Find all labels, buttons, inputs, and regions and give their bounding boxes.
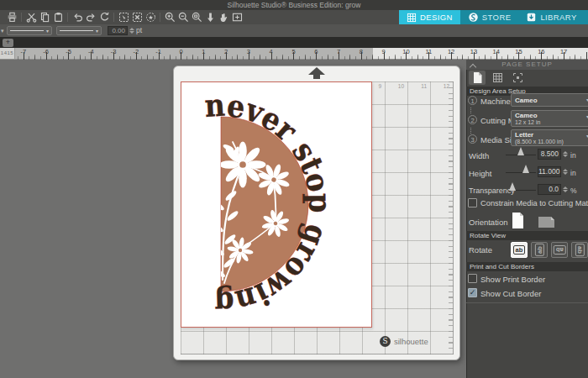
panel-tab-page-setup[interactable] (469, 71, 486, 85)
silhouette-logo-icon: S (380, 336, 391, 347)
zoom-out-icon[interactable] (177, 11, 190, 24)
ruler-number: 2 (224, 48, 228, 55)
orientation-portrait-button[interactable] (511, 212, 525, 233)
step-up-icon[interactable] (129, 28, 134, 30)
height-input[interactable]: 11.000 (538, 166, 561, 177)
design-grid-icon (407, 13, 417, 23)
rotate-270-icon: ab (575, 244, 584, 256)
ruler-number: -1 (155, 48, 161, 55)
pan-icon[interactable] (218, 11, 230, 24)
step-down-icon[interactable] (563, 155, 568, 157)
machine-dropdown[interactable]: Cameo ▾ (511, 93, 588, 107)
rotate-180-icon: ab (554, 245, 566, 255)
width-stepper[interactable] (562, 150, 568, 159)
toolbar-separator (67, 13, 68, 22)
line-style-toolbar: ▾ ▾ ▾ 0.00 pt (0, 24, 588, 37)
ruler-number: 17 (560, 48, 567, 55)
media-size-dimensions: (8.500 x 11.000 in) (515, 139, 582, 145)
zoom-drag-icon[interactable] (204, 11, 217, 24)
ruler-number: 15 (515, 48, 522, 55)
ruler-number: 1 (202, 48, 205, 55)
step-up-icon[interactable] (563, 186, 568, 189)
height-stepper[interactable] (562, 167, 568, 176)
document-tab-strip: + (0, 37, 588, 48)
step-down-icon[interactable] (563, 172, 568, 175)
fit-to-window-icon[interactable] (231, 11, 244, 24)
rotate-icon[interactable] (98, 11, 111, 24)
zoom-selection-icon[interactable] (191, 11, 203, 24)
ruler-number: 7 (337, 48, 340, 55)
line-weight-dropdown[interactable]: ▾ (56, 26, 102, 35)
rotate-270-button[interactable]: ab (571, 242, 588, 258)
zoom-in-icon[interactable] (164, 11, 176, 24)
mat-logo: S silhouette (380, 335, 428, 347)
toolbar-separator (21, 13, 22, 22)
show-cut-border-checkbox[interactable]: ✓ (468, 288, 477, 297)
panel-tab-grid[interactable] (489, 71, 506, 85)
slider-handle[interactable] (522, 165, 529, 173)
select-all-icon[interactable] (118, 11, 130, 24)
rotate-180-button[interactable]: ab (551, 242, 568, 258)
step-down-icon[interactable] (563, 190, 568, 192)
transparency-label: Transparency (469, 186, 515, 195)
print-icon[interactable] (6, 11, 18, 24)
width-input[interactable]: 8.500 (538, 149, 561, 160)
slider-track[interactable] (506, 172, 536, 173)
new-document-tab-button[interactable]: + (3, 39, 13, 47)
cutting-mat-dropdown[interactable]: Cameo 12 x 12 in ▾ (511, 110, 588, 127)
ruler-number: 11 (425, 48, 432, 55)
step-connector (470, 128, 472, 134)
height-slider[interactable] (506, 163, 536, 175)
tab-design[interactable]: DESIGN (399, 10, 460, 24)
transparency-stepper[interactable] (562, 185, 568, 194)
orientation-landscape-button[interactable] (538, 215, 555, 232)
undo-icon[interactable] (71, 11, 84, 24)
slider-handle[interactable] (509, 182, 516, 191)
orientation-label: Orientation (469, 218, 507, 227)
transparency-slider[interactable] (509, 181, 536, 192)
cutting-mat-value: Cameo (515, 112, 582, 119)
step-up-icon[interactable] (563, 169, 568, 171)
chevron-down-icon: ▾ (96, 28, 98, 34)
ruler-number: 3 (247, 48, 250, 55)
ruler-number: -6 (43, 48, 49, 55)
toolbar-separator (160, 13, 160, 22)
stroke-width-stepper[interactable] (129, 26, 134, 35)
show-print-border-checkbox[interactable] (468, 274, 477, 283)
constrain-checkbox[interactable] (468, 198, 477, 207)
registration-marks-icon (512, 72, 523, 83)
paste-icon[interactable] (52, 11, 65, 24)
tab-library[interactable]: LIBRARY (518, 10, 584, 24)
transparency-unit: % (570, 186, 577, 195)
ruler-number: 13 (470, 48, 477, 55)
panel-collapse-icon[interactable] (470, 63, 475, 68)
copy-icon[interactable] (39, 11, 51, 24)
rotate-90-button[interactable]: ab (531, 242, 548, 258)
machine-value: Cameo (515, 95, 582, 106)
step-up-icon[interactable] (563, 151, 568, 154)
media-size-value: Letter (515, 131, 582, 139)
section-rotate-view: Rotate View (466, 231, 588, 240)
rotate-0-button[interactable]: ab (511, 242, 528, 258)
redo-icon[interactable] (85, 11, 97, 24)
dropdown-caret-partial[interactable]: ▾ (1, 24, 4, 37)
silhouette-logo-text: silhouette (394, 337, 428, 346)
cutting-mat-size: 12 x 12 in (515, 119, 582, 126)
media-size-label: Media Size (480, 135, 511, 144)
section-print-cut-borders: Print and Cut Borders (466, 262, 588, 271)
slider-handle[interactable] (517, 147, 524, 155)
width-slider[interactable] (506, 145, 536, 157)
media-size-dropdown[interactable]: Letter (8.500 x 11.000 in) ▾ (511, 129, 588, 146)
step-down-icon[interactable] (129, 31, 134, 34)
panel-tab-registration-marks[interactable] (509, 71, 526, 85)
design-artwork[interactable]: never stop growing (181, 81, 372, 328)
deselect-icon[interactable] (131, 11, 144, 24)
cut-icon[interactable] (25, 11, 38, 24)
transparency-input[interactable]: 0.0 (538, 184, 561, 195)
line-style-dropdown[interactable]: ▾ (7, 26, 52, 35)
tab-store[interactable]: STORE (460, 10, 519, 24)
tab-partial[interactable] (585, 10, 588, 24)
lasso-select-icon[interactable] (144, 11, 157, 24)
app-window: Silhouette Studio® Business Edition: gro… (0, 0, 588, 378)
stroke-width-input[interactable]: 0.00 (108, 26, 128, 35)
